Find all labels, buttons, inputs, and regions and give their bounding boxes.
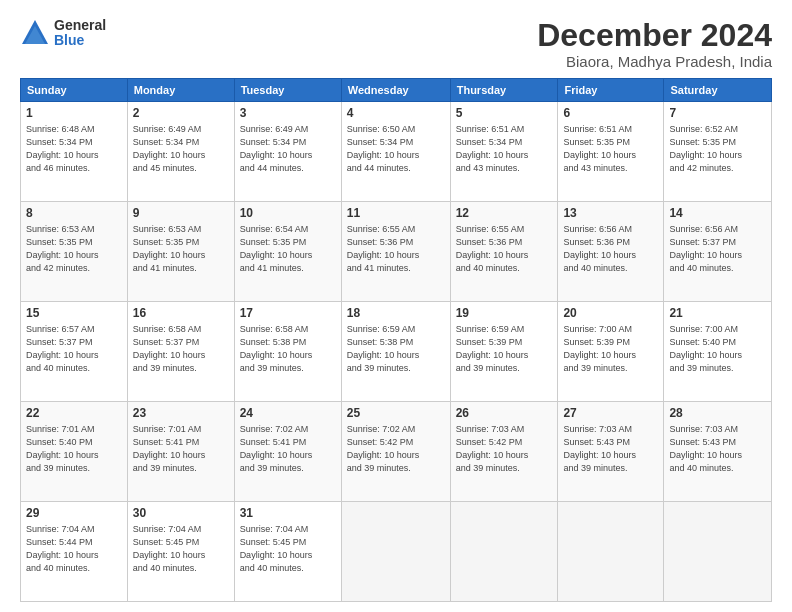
calendar-week-3: 15Sunrise: 6:57 AMSunset: 5:37 PMDayligh…: [21, 302, 772, 402]
day-info: Sunrise: 6:56 AMSunset: 5:36 PMDaylight:…: [563, 223, 658, 275]
day-number: 1: [26, 105, 122, 122]
day-number: 15: [26, 305, 122, 322]
logo-text: General Blue: [54, 18, 106, 49]
table-row: 21Sunrise: 7:00 AMSunset: 5:40 PMDayligh…: [664, 302, 772, 402]
logo-general-text: General: [54, 18, 106, 33]
day-info: Sunrise: 7:03 AMSunset: 5:43 PMDaylight:…: [563, 423, 658, 475]
table-row: 9Sunrise: 6:53 AMSunset: 5:35 PMDaylight…: [127, 202, 234, 302]
day-number: 14: [669, 205, 766, 222]
main-title: December 2024: [537, 18, 772, 53]
logo-blue-text: Blue: [54, 33, 106, 48]
day-number: 24: [240, 405, 336, 422]
table-row: 24Sunrise: 7:02 AMSunset: 5:41 PMDayligh…: [234, 402, 341, 502]
day-number: 2: [133, 105, 229, 122]
table-row: 20Sunrise: 7:00 AMSunset: 5:39 PMDayligh…: [558, 302, 664, 402]
day-info: Sunrise: 6:52 AMSunset: 5:35 PMDaylight:…: [669, 123, 766, 175]
table-row: 5Sunrise: 6:51 AMSunset: 5:34 PMDaylight…: [450, 102, 558, 202]
table-row: 7Sunrise: 6:52 AMSunset: 5:35 PMDaylight…: [664, 102, 772, 202]
table-row: 19Sunrise: 6:59 AMSunset: 5:39 PMDayligh…: [450, 302, 558, 402]
table-row: 16Sunrise: 6:58 AMSunset: 5:37 PMDayligh…: [127, 302, 234, 402]
day-info: Sunrise: 7:02 AMSunset: 5:42 PMDaylight:…: [347, 423, 445, 475]
day-number: 6: [563, 105, 658, 122]
col-friday: Friday: [558, 79, 664, 102]
table-row: 22Sunrise: 7:01 AMSunset: 5:40 PMDayligh…: [21, 402, 128, 502]
day-number: 12: [456, 205, 553, 222]
table-row: 11Sunrise: 6:55 AMSunset: 5:36 PMDayligh…: [341, 202, 450, 302]
day-info: Sunrise: 6:55 AMSunset: 5:36 PMDaylight:…: [347, 223, 445, 275]
day-number: 31: [240, 505, 336, 522]
day-number: 10: [240, 205, 336, 222]
day-number: 8: [26, 205, 122, 222]
day-number: 13: [563, 205, 658, 222]
day-info: Sunrise: 6:48 AMSunset: 5:34 PMDaylight:…: [26, 123, 122, 175]
calendar-header: Sunday Monday Tuesday Wednesday Thursday…: [21, 79, 772, 102]
table-row: 1Sunrise: 6:48 AMSunset: 5:34 PMDaylight…: [21, 102, 128, 202]
day-number: 5: [456, 105, 553, 122]
table-row: 12Sunrise: 6:55 AMSunset: 5:36 PMDayligh…: [450, 202, 558, 302]
logo: General Blue: [20, 18, 106, 49]
calendar-week-4: 22Sunrise: 7:01 AMSunset: 5:40 PMDayligh…: [21, 402, 772, 502]
day-info: Sunrise: 6:54 AMSunset: 5:35 PMDaylight:…: [240, 223, 336, 275]
title-block: December 2024 Biaora, Madhya Pradesh, In…: [537, 18, 772, 70]
table-row: 4Sunrise: 6:50 AMSunset: 5:34 PMDaylight…: [341, 102, 450, 202]
table-row: 29Sunrise: 7:04 AMSunset: 5:44 PMDayligh…: [21, 502, 128, 602]
header-row: Sunday Monday Tuesday Wednesday Thursday…: [21, 79, 772, 102]
day-info: Sunrise: 6:50 AMSunset: 5:34 PMDaylight:…: [347, 123, 445, 175]
table-row: 28Sunrise: 7:03 AMSunset: 5:43 PMDayligh…: [664, 402, 772, 502]
day-number: 4: [347, 105, 445, 122]
day-info: Sunrise: 7:00 AMSunset: 5:40 PMDaylight:…: [669, 323, 766, 375]
day-info: Sunrise: 6:58 AMSunset: 5:38 PMDaylight:…: [240, 323, 336, 375]
table-row: 18Sunrise: 6:59 AMSunset: 5:38 PMDayligh…: [341, 302, 450, 402]
table-row: 3Sunrise: 6:49 AMSunset: 5:34 PMDaylight…: [234, 102, 341, 202]
day-info: Sunrise: 6:59 AMSunset: 5:38 PMDaylight:…: [347, 323, 445, 375]
day-number: 23: [133, 405, 229, 422]
calendar-week-1: 1Sunrise: 6:48 AMSunset: 5:34 PMDaylight…: [21, 102, 772, 202]
day-number: 26: [456, 405, 553, 422]
table-row: 2Sunrise: 6:49 AMSunset: 5:34 PMDaylight…: [127, 102, 234, 202]
col-tuesday: Tuesday: [234, 79, 341, 102]
day-number: 29: [26, 505, 122, 522]
day-number: 21: [669, 305, 766, 322]
table-row: [341, 502, 450, 602]
day-number: 20: [563, 305, 658, 322]
calendar-table: Sunday Monday Tuesday Wednesday Thursday…: [20, 78, 772, 602]
calendar-body: 1Sunrise: 6:48 AMSunset: 5:34 PMDaylight…: [21, 102, 772, 602]
table-row: 26Sunrise: 7:03 AMSunset: 5:42 PMDayligh…: [450, 402, 558, 502]
day-info: Sunrise: 7:00 AMSunset: 5:39 PMDaylight:…: [563, 323, 658, 375]
table-row: 30Sunrise: 7:04 AMSunset: 5:45 PMDayligh…: [127, 502, 234, 602]
table-row: 23Sunrise: 7:01 AMSunset: 5:41 PMDayligh…: [127, 402, 234, 502]
col-saturday: Saturday: [664, 79, 772, 102]
day-info: Sunrise: 7:01 AMSunset: 5:41 PMDaylight:…: [133, 423, 229, 475]
calendar-week-2: 8Sunrise: 6:53 AMSunset: 5:35 PMDaylight…: [21, 202, 772, 302]
day-info: Sunrise: 7:04 AMSunset: 5:45 PMDaylight:…: [133, 523, 229, 575]
table-row: 10Sunrise: 6:54 AMSunset: 5:35 PMDayligh…: [234, 202, 341, 302]
day-number: 30: [133, 505, 229, 522]
col-sunday: Sunday: [21, 79, 128, 102]
table-row: [450, 502, 558, 602]
day-info: Sunrise: 6:51 AMSunset: 5:35 PMDaylight:…: [563, 123, 658, 175]
table-row: 17Sunrise: 6:58 AMSunset: 5:38 PMDayligh…: [234, 302, 341, 402]
day-number: 22: [26, 405, 122, 422]
day-number: 3: [240, 105, 336, 122]
day-info: Sunrise: 6:49 AMSunset: 5:34 PMDaylight:…: [240, 123, 336, 175]
day-info: Sunrise: 6:59 AMSunset: 5:39 PMDaylight:…: [456, 323, 553, 375]
col-wednesday: Wednesday: [341, 79, 450, 102]
table-row: 13Sunrise: 6:56 AMSunset: 5:36 PMDayligh…: [558, 202, 664, 302]
day-info: Sunrise: 6:55 AMSunset: 5:36 PMDaylight:…: [456, 223, 553, 275]
logo-icon: [20, 18, 50, 48]
day-number: 11: [347, 205, 445, 222]
day-info: Sunrise: 7:03 AMSunset: 5:42 PMDaylight:…: [456, 423, 553, 475]
day-number: 9: [133, 205, 229, 222]
col-monday: Monday: [127, 79, 234, 102]
day-info: Sunrise: 7:04 AMSunset: 5:45 PMDaylight:…: [240, 523, 336, 575]
day-number: 19: [456, 305, 553, 322]
day-number: 25: [347, 405, 445, 422]
day-number: 18: [347, 305, 445, 322]
day-info: Sunrise: 6:53 AMSunset: 5:35 PMDaylight:…: [133, 223, 229, 275]
day-info: Sunrise: 7:01 AMSunset: 5:40 PMDaylight:…: [26, 423, 122, 475]
day-number: 7: [669, 105, 766, 122]
day-info: Sunrise: 6:49 AMSunset: 5:34 PMDaylight:…: [133, 123, 229, 175]
table-row: [664, 502, 772, 602]
day-number: 28: [669, 405, 766, 422]
day-info: Sunrise: 7:04 AMSunset: 5:44 PMDaylight:…: [26, 523, 122, 575]
